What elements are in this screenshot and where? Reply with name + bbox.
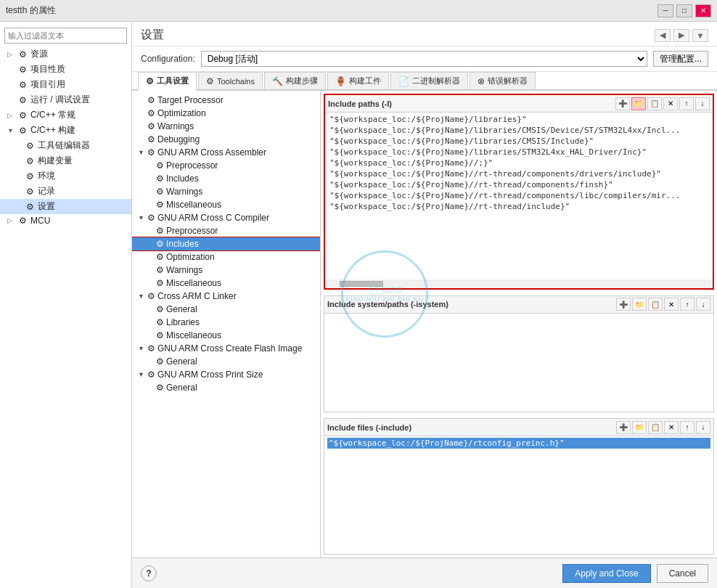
nav-dropdown-button[interactable]: ▼ — [692, 29, 708, 42]
include-path-item-3[interactable]: "${workspace_loc:/${ProjName}/libraries/… — [328, 147, 710, 158]
include-path-item-2[interactable]: "${workspace_loc:/${ProjName}/libraries/… — [328, 136, 710, 147]
files-copy-btn[interactable]: 📋 — [648, 421, 663, 434]
sidebar-label-9: 记录 — [38, 185, 55, 197]
include-paths-delete-btn[interactable]: ✕ — [663, 97, 678, 110]
tree-item-1[interactable]: ⚙ Optimization — [132, 107, 320, 120]
manage-config-button[interactable]: 管理配置... — [653, 51, 708, 67]
tree-item-19[interactable]: ▼⚙ GNU ARM Cross Create Flash Image — [132, 342, 320, 355]
help-button[interactable]: ? — [141, 565, 157, 581]
sidebar-item-8[interactable]: ⚙环境 — [0, 168, 131, 184]
sidebar-item-4[interactable]: ▷⚙C/C++ 常规 — [0, 107, 131, 123]
sidebar-item-9[interactable]: ⚙记录 — [0, 184, 131, 199]
include-paths-down-btn[interactable]: ↓ — [695, 97, 710, 110]
tab-二进制解析器[interactable]: 📄 二进制解析器 — [390, 72, 468, 89]
files-down-btn[interactable]: ↓ — [696, 421, 710, 434]
tree-label-3: Debugging — [157, 134, 200, 144]
system-paths-add-workspace-btn[interactable]: 📁 — [632, 298, 647, 311]
tree-item-2[interactable]: ⚙ Warnings — [132, 120, 320, 133]
tree-item-22[interactable]: ⚙ General — [132, 381, 320, 394]
tree-item-9[interactable]: ▼⚙ GNU ARM Cross C Compiler — [132, 211, 320, 224]
tree-item-17[interactable]: ⚙ Libraries — [132, 316, 320, 329]
maximize-button[interactable]: □ — [676, 4, 692, 17]
nav-back-button[interactable]: ◀ — [655, 29, 671, 42]
files-add-btn[interactable]: ➕ — [616, 421, 631, 434]
tab-错误解析器[interactable]: ⊗ 错误解析器 — [470, 72, 536, 89]
tab-icon-0: ⚙ — [146, 76, 154, 86]
sidebar-icon-3: ⚙ — [17, 95, 28, 105]
include-files-header: Include files (-include) ➕ 📁 📋 ✕ ↑ ↓ — [324, 419, 713, 436]
sidebar-item-0[interactable]: ▷⚙资源 — [0, 46, 131, 62]
nav-forward-button[interactable]: ▶ — [673, 29, 689, 42]
sidebar-item-2[interactable]: ⚙项目引用 — [0, 77, 131, 92]
apply-close-button[interactable]: Apply and Close — [562, 564, 650, 583]
tree-icon-7: ⚙ — [156, 187, 164, 197]
tree-item-6[interactable]: ⚙ Includes — [132, 172, 320, 185]
tree-item-8[interactable]: ⚙ Miscellaneous — [132, 198, 320, 211]
include-paths-scrollbar[interactable] — [325, 279, 713, 288]
tree-arrow-19: ▼ — [138, 345, 145, 352]
system-paths-copy-btn[interactable]: 📋 — [648, 298, 663, 311]
tree-item-15[interactable]: ▼⚙ Cross ARM C Linker — [132, 290, 320, 303]
files-up-btn[interactable]: ↑ — [680, 421, 695, 434]
sidebar-item-6[interactable]: ⚙工具链编辑器 — [0, 138, 131, 153]
tree-arrow-4: ▼ — [138, 149, 145, 156]
tab-工具设置[interactable]: ⚙ 工具设置 — [138, 72, 197, 91]
include-system-paths-title: Include system/paths (-isystem) — [327, 300, 448, 309]
tab-Toolchains[interactable]: ⚙ Toolchains — [198, 72, 263, 89]
include-path-item-7[interactable]: "${workspace_loc:/${ProjName}//rt-thread… — [328, 190, 710, 201]
tree-item-7[interactable]: ⚙ Warnings — [132, 185, 320, 198]
tree-item-3[interactable]: ⚙ Debugging — [132, 133, 320, 146]
include-path-item-0[interactable]: "${workspace_loc:/${ProjName}/libraries}… — [328, 114, 710, 125]
sidebar-item-3[interactable]: ⚙运行 / 调试设置 — [0, 92, 131, 107]
system-paths-down-btn[interactable]: ↓ — [696, 298, 710, 311]
tree-item-14[interactable]: ⚙ Miscellaneous — [132, 277, 320, 290]
sidebar-item-11[interactable]: ▷⚙MCU — [0, 214, 131, 227]
include-paths-up-btn[interactable]: ↑ — [679, 97, 694, 110]
tree-item-18[interactable]: ⚙ Miscellaneous — [132, 329, 320, 342]
system-paths-delete-btn[interactable]: ✕ — [664, 298, 679, 311]
sidebar-item-10[interactable]: ⚙设置 — [0, 199, 131, 214]
files-delete-btn[interactable]: ✕ — [664, 421, 679, 434]
filter-input[interactable] — [4, 28, 127, 44]
tree-item-12[interactable]: ⚙ Optimization — [132, 250, 320, 264]
include-paths-add-btn[interactable]: ➕ — [615, 97, 630, 110]
include-path-item-4[interactable]: "${workspace_loc:/${ProjName}//;}" — [328, 158, 710, 168]
tree-item-13[interactable]: ⚙ Warnings — [132, 264, 320, 277]
include-file-item-0[interactable]: "${workspace_loc:/${ProjName}/rtconfig_p… — [327, 438, 710, 449]
close-button[interactable]: ✕ — [695, 4, 711, 17]
sidebar-item-1[interactable]: ⚙项目性质 — [0, 62, 131, 77]
tree-item-11[interactable]: ⚙ Includes — [132, 237, 320, 250]
sidebar-label-10: 设置 — [38, 200, 55, 213]
sidebar-item-7[interactable]: ⚙构建变量 — [0, 153, 131, 168]
sidebar-item-5[interactable]: ▼⚙C/C++ 构建 — [0, 123, 131, 138]
tree-item-16[interactable]: ⚙ General — [132, 303, 320, 316]
config-select[interactable]: Debug [活动] — [201, 51, 647, 67]
system-paths-add-btn[interactable]: ➕ — [616, 298, 631, 311]
include-paths-add-workspace-btn[interactable]: 📁 — [631, 97, 646, 110]
tree-item-21[interactable]: ▼⚙ GNU ARM Cross Print Size — [132, 368, 320, 381]
cancel-button[interactable]: Cancel — [657, 564, 708, 583]
sidebar-icon-6: ⚙ — [25, 141, 35, 151]
tree-icon-5: ⚙ — [156, 160, 164, 171]
tree-item-4[interactable]: ▼⚙ GNU ARM Cross Assembler — [132, 146, 320, 159]
minimize-button[interactable]: ─ — [657, 4, 673, 17]
include-path-item-8[interactable]: "${workspace_loc:/${ProjName}//rt-thread… — [328, 201, 710, 212]
tree-item-10[interactable]: ⚙ Preprocessor — [132, 224, 320, 237]
tree-icon-17: ⚙ — [156, 317, 164, 327]
files-add-workspace-btn[interactable]: 📁 — [632, 421, 647, 434]
tab-构建工件[interactable]: 🏺 构建工件 — [327, 72, 389, 89]
bottom-bar: ? Apply and Close Cancel — [132, 558, 717, 588]
include-path-item-5[interactable]: "${workspace_loc:/${ProjName}//rt-thread… — [328, 168, 710, 179]
tab-icon-3: 🏺 — [335, 76, 346, 86]
tree-arrow-21: ▼ — [138, 371, 145, 378]
settings-header: 设置 ◀ ▶ ▼ — [132, 22, 717, 46]
tree-item-0[interactable]: ⚙ Target Processor — [132, 94, 320, 107]
tree-item-5[interactable]: ⚙ Preprocessor — [132, 159, 320, 172]
include-paths-copy-btn[interactable]: 📋 — [647, 97, 662, 110]
tree-panel: ⚙ Target Processor⚙ Optimization⚙ Warnin… — [132, 91, 321, 558]
include-path-item-1[interactable]: "${workspace_loc:/${ProjName}/libraries/… — [328, 125, 710, 136]
include-path-item-6[interactable]: "${workspace_loc:/${ProjName}//rt-thread… — [328, 179, 710, 190]
tab-构建步骤[interactable]: 🔨 构建步骤 — [264, 72, 326, 89]
system-paths-up-btn[interactable]: ↑ — [680, 298, 695, 311]
tree-item-20[interactable]: ⚙ General — [132, 355, 320, 368]
